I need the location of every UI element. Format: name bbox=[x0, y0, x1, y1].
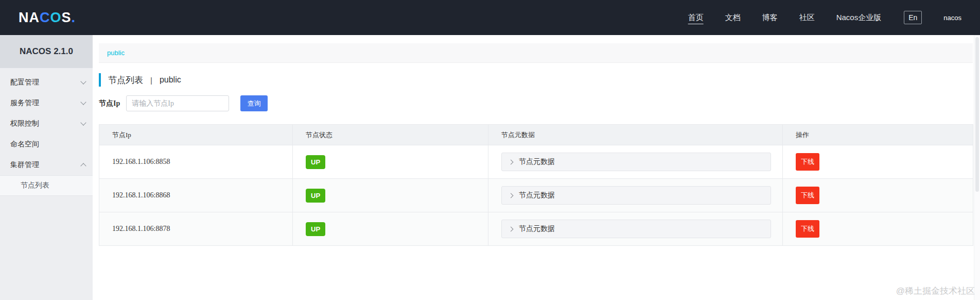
top-nav: 首页 文档 博客 社区 Nacos企业版 En nacos bbox=[667, 11, 965, 24]
sidebar-item-namespace[interactable]: 命名空间 bbox=[0, 134, 93, 155]
sidebar-item-service-management[interactable]: 服务管理 bbox=[0, 93, 93, 113]
offline-button[interactable]: 下线 bbox=[796, 220, 819, 238]
node-ip-value: 192.168.1.106:8868 bbox=[99, 179, 293, 212]
scrollbar-thumb[interactable] bbox=[975, 37, 979, 192]
main-content: public 节点列表 | public 节点Ip 查询 节点Ip 节点状态 节… bbox=[93, 35, 980, 300]
node-ip-value: 192.168.1.106:8858 bbox=[99, 145, 293, 179]
column-header-node-metadata: 节点元数据 bbox=[488, 125, 783, 145]
logo-text-white-1: NA bbox=[19, 10, 40, 25]
chevron-down-icon bbox=[80, 120, 86, 125]
node-metadata-collapse[interactable]: 节点元数据 bbox=[501, 220, 771, 238]
column-header-node-ip: 节点Ip bbox=[99, 125, 293, 145]
node-ip-value: 192.168.1.106:8878 bbox=[99, 212, 293, 246]
logo-text-blue: C bbox=[40, 10, 50, 25]
query-button[interactable]: 查询 bbox=[240, 95, 268, 111]
offline-button[interactable]: 下线 bbox=[796, 187, 819, 204]
nav-blog[interactable]: 博客 bbox=[762, 13, 778, 23]
table-row: 192.168.1.106:8858 UP 节点元数据 下线 bbox=[99, 145, 973, 179]
sidebar-item-config-management[interactable]: 配置管理 bbox=[0, 72, 93, 93]
logo-text-dot: . bbox=[72, 10, 76, 25]
vertical-scrollbar[interactable] bbox=[974, 35, 980, 300]
table-row: 192.168.1.106:8878 UP 节点元数据 下线 bbox=[99, 212, 973, 246]
chevron-up-icon bbox=[80, 163, 86, 169]
sidebar-item-permission-control[interactable]: 权限控制 bbox=[0, 113, 93, 134]
logo-text-cyan: O bbox=[50, 10, 62, 25]
sidebar: NACOS 2.1.0 配置管理 服务管理 权限控制 命名空间 集群管理 节点列… bbox=[0, 35, 93, 300]
status-badge: UP bbox=[306, 189, 325, 203]
juejin-watermark: @稀土掘金技术社区 bbox=[896, 285, 975, 297]
node-metadata-collapse[interactable]: 节点元数据 bbox=[501, 153, 771, 171]
page-title-text: 节点列表 bbox=[108, 74, 143, 86]
namespace-bar: public bbox=[99, 43, 973, 63]
page-title: 节点列表 | public bbox=[99, 73, 973, 87]
language-toggle-button[interactable]: En bbox=[904, 11, 922, 24]
node-metadata-collapse[interactable]: 节点元数据 bbox=[501, 186, 771, 205]
status-badge: UP bbox=[306, 222, 325, 236]
sidebar-version-label: NACOS 2.1.0 bbox=[0, 35, 93, 68]
namespace-tab-public[interactable]: public bbox=[107, 49, 125, 57]
sidebar-item-label: 配置管理 bbox=[10, 78, 39, 87]
nav-docs[interactable]: 文档 bbox=[725, 13, 741, 23]
chevron-right-icon bbox=[509, 193, 514, 198]
node-metadata-label: 节点元数据 bbox=[519, 157, 555, 166]
chevron-right-icon bbox=[509, 226, 514, 231]
nav-community[interactable]: 社区 bbox=[799, 13, 815, 23]
node-ip-label: 节点Ip bbox=[99, 99, 120, 108]
page-title-namespace: public bbox=[160, 75, 181, 85]
node-metadata-label: 节点元数据 bbox=[519, 224, 555, 234]
table-row: 192.168.1.106:8868 UP 节点元数据 下线 bbox=[99, 179, 973, 212]
sidebar-item-label: 命名空间 bbox=[10, 140, 39, 149]
search-form: 节点Ip 查询 bbox=[99, 95, 973, 111]
top-header: NACOS. 首页 文档 博客 社区 Nacos企业版 En nacos bbox=[0, 0, 980, 35]
title-accent-bar bbox=[99, 73, 101, 87]
logo-text-white-2: S bbox=[62, 10, 72, 25]
column-header-actions: 操作 bbox=[783, 125, 973, 145]
sidebar-subitem-node-list[interactable]: 节点列表 bbox=[0, 175, 93, 196]
node-metadata-label: 节点元数据 bbox=[519, 191, 555, 200]
sidebar-item-cluster-management[interactable]: 集群管理 bbox=[0, 155, 93, 175]
nav-home[interactable]: 首页 bbox=[688, 13, 704, 23]
sidebar-item-label: 服务管理 bbox=[10, 98, 39, 108]
sidebar-item-label: 集群管理 bbox=[10, 160, 39, 170]
chevron-down-icon bbox=[80, 99, 86, 105]
chevron-right-icon bbox=[509, 159, 514, 164]
node-list-table: 节点Ip 节点状态 节点元数据 操作 192.168.1.106:8858 UP… bbox=[99, 124, 973, 246]
nacos-logo[interactable]: NACOS. bbox=[19, 10, 76, 26]
node-ip-input[interactable] bbox=[126, 95, 229, 111]
page-title-separator: | bbox=[150, 76, 152, 85]
logged-in-username[interactable]: nacos bbox=[943, 14, 961, 22]
column-header-node-status: 节点状态 bbox=[293, 125, 488, 145]
sidebar-item-label: 权限控制 bbox=[10, 119, 39, 128]
table-header-row: 节点Ip 节点状态 节点元数据 操作 bbox=[99, 125, 973, 145]
chevron-down-icon bbox=[80, 78, 86, 84]
sidebar-subitem-label: 节点列表 bbox=[21, 181, 49, 190]
offline-button[interactable]: 下线 bbox=[796, 153, 819, 171]
sidebar-menu: 配置管理 服务管理 权限控制 命名空间 集群管理 节点列表 bbox=[0, 68, 93, 196]
nav-enterprise[interactable]: Nacos企业版 bbox=[836, 13, 882, 23]
status-badge: UP bbox=[306, 155, 325, 169]
